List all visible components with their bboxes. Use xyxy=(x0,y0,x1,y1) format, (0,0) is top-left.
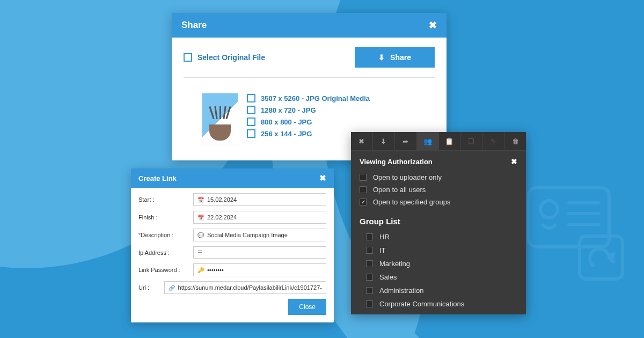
authorization-dialog: ✖ ⬇ ➦ 👥 📋 ❐ ✎ 🗑 Viewing Authorization ✖ … xyxy=(351,132,526,314)
group-item[interactable]: HR xyxy=(351,230,526,244)
auth-toolbar: ✖ ⬇ ➦ 👥 📋 ❐ ✎ 🗑 xyxy=(351,132,526,151)
group-item[interactable]: Corporate Communications xyxy=(351,297,526,314)
group-item[interactable]: Sales xyxy=(351,270,526,284)
create-link-dialog: Create Link ✖ Start : 📅 15.02.2024 Finis… xyxy=(131,168,334,322)
link-icon: 🔗 xyxy=(169,285,175,291)
checkbox-icon xyxy=(366,287,373,294)
group-item[interactable]: Administration xyxy=(351,284,526,297)
checkbox-icon xyxy=(184,53,192,62)
close-icon[interactable]: ✖ xyxy=(319,173,326,183)
group-item[interactable]: IT xyxy=(351,244,526,257)
calendar-icon: 📅 xyxy=(197,215,204,221)
svg-point-1 xyxy=(540,201,558,218)
close-icon[interactable]: ✖ xyxy=(351,132,373,150)
group-list-title: Group List xyxy=(351,208,526,230)
share-icon[interactable]: ➦ xyxy=(395,132,417,150)
checkbox-icon xyxy=(247,94,255,102)
create-link-title: Create Link xyxy=(138,174,177,182)
checkbox-icon xyxy=(247,106,255,114)
format-option[interactable]: 1280 x 720 - JPG xyxy=(247,106,370,114)
auth-option[interactable]: ✓ Open to specified groups xyxy=(351,196,526,208)
password-label: Link Password : xyxy=(138,267,193,273)
download-icon[interactable]: ⬇ xyxy=(373,132,395,150)
svg-rect-5 xyxy=(580,236,623,279)
download-icon: ⬇ xyxy=(378,53,385,62)
trash-icon[interactable]: 🗑 xyxy=(504,132,526,150)
start-label: Start : xyxy=(138,196,193,203)
start-date-input[interactable]: 📅 15.02.2024 xyxy=(193,193,326,206)
auth-option[interactable]: Open to all users xyxy=(351,183,526,196)
background-decoration xyxy=(526,182,628,292)
finish-date-input[interactable]: 📅 22.02.2024 xyxy=(193,211,326,224)
group-item[interactable]: Marketing xyxy=(351,257,526,270)
chat-icon: 💬 xyxy=(197,232,204,238)
share-title: Share xyxy=(181,20,207,31)
finish-label: Finish : xyxy=(138,214,193,221)
checkbox-icon xyxy=(366,260,373,267)
users-icon[interactable]: 👥 xyxy=(417,132,439,150)
key-icon: 🔑 xyxy=(197,267,204,273)
checkbox-icon xyxy=(366,233,373,240)
checkbox-icon xyxy=(366,247,373,254)
ip-input[interactable]: ☰ xyxy=(193,246,326,259)
calendar-icon: 📅 xyxy=(197,197,204,203)
checkbox-icon xyxy=(247,129,255,138)
checkbox-icon xyxy=(360,186,367,193)
media-thumbnail xyxy=(202,93,238,145)
close-icon[interactable]: ✖ xyxy=(429,19,437,31)
select-original-checkbox[interactable]: Select Original File xyxy=(184,53,265,62)
password-input[interactable]: 🔑 •••••••• xyxy=(193,263,326,276)
ip-label: Ip Address : xyxy=(138,249,193,256)
close-button[interactable]: Close xyxy=(288,299,326,315)
svg-rect-0 xyxy=(529,188,609,247)
format-option[interactable]: 800 x 800 - JPG xyxy=(247,117,370,126)
brush-icon[interactable]: ✎ xyxy=(482,132,504,150)
clipboard-icon[interactable]: 📋 xyxy=(439,132,461,150)
url-label: Url : xyxy=(138,284,164,291)
auth-option[interactable]: Open to uploader only xyxy=(351,171,526,183)
description-input[interactable]: 💬 Social Media Campaign Image xyxy=(193,229,326,241)
checkbox-icon: ✓ xyxy=(360,199,367,205)
checkbox-icon xyxy=(366,274,373,281)
auth-title: Viewing Authorization xyxy=(360,158,433,166)
checkbox-icon xyxy=(247,117,255,126)
list-icon: ☰ xyxy=(197,249,202,255)
format-option[interactable]: 3507 x 5260 - JPG Original Media xyxy=(247,94,370,102)
share-button[interactable]: ⬇ Share xyxy=(355,47,435,68)
copy-icon[interactable]: ❐ xyxy=(460,132,482,150)
checkbox-icon xyxy=(366,300,373,307)
url-input[interactable]: 🔗 https://sunum.medar.cloud/Paylasilabil… xyxy=(164,281,326,294)
checkbox-icon xyxy=(360,174,367,181)
description-label: *Description : xyxy=(138,232,193,238)
close-icon[interactable]: ✖ xyxy=(511,157,517,166)
